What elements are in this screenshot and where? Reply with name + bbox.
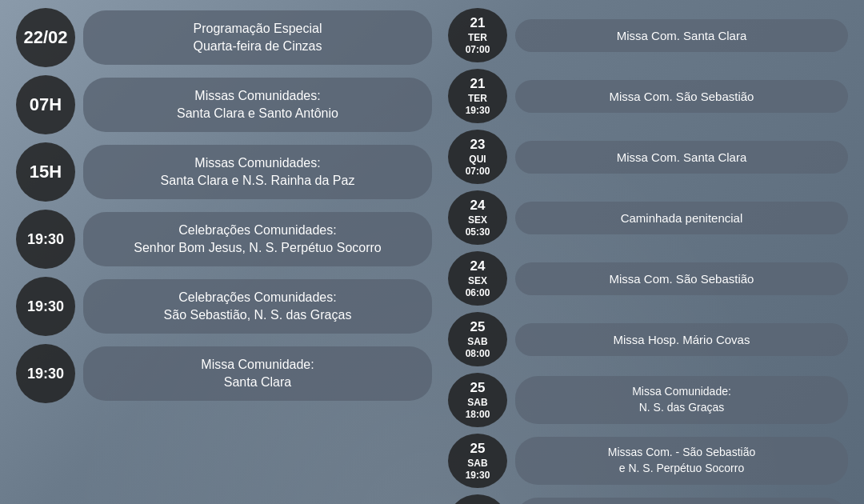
right-card-7: Missas Com. - São Sebastião e N. S. Perp… [515,437,848,484]
card-title-3: Celebrações Comunidades: [101,222,414,239]
card-subtitle-0: Quarta-feira de Cinzas [101,38,414,55]
right-column: 21TER07:00Missa Com. Santa Clara21TER19:… [448,8,848,496]
right-row-6: 25SAB18:00Missa Comunidade: N. S. das Gr… [448,373,848,427]
event-card-1: Missas Comunidades:Santa Clara e Santo A… [83,78,432,133]
right-row-8: 26DOM07:00Missas Com. - Santa Clara e Se… [448,494,848,504]
left-row-2: 15HMissas Comunidades:Santa Clara e N.S.… [16,142,432,202]
right-card-3: Caminhada penitencial [515,202,848,234]
badge-time-2: 15H [16,142,75,202]
card-title-0: Programação Especial [101,20,414,38]
card-subtitle-5: Santa Clara [101,374,414,391]
right-card-6: Missa Comunidade: N. S. das Graças [515,376,848,423]
right-card-0: Missa Com. Santa Clara [515,19,848,52]
right-row-2: 23QUI07:00Missa Com. Santa Clara [448,130,848,184]
badge-date-special: 22/02 [16,8,75,67]
card-subtitle-4: São Sebastião, N. S. das Graças [101,306,414,324]
event-card-2: Missas Comunidades:Santa Clara e N.S. Ra… [83,145,432,200]
badge-time-1: 07H [16,75,75,134]
left-row-1: 07HMissas Comunidades:Santa Clara e Sant… [16,75,432,134]
right-card-1: Missa Com. São Sebastião [515,80,848,113]
right-badge-0: 21TER07:00 [448,8,507,62]
left-row-0: 22/02Programação EspecialQuarta-feira de… [16,8,432,67]
right-row-0: 21TER07:00Missa Com. Santa Clara [448,8,848,62]
card-subtitle-1: Santa Clara e Santo Antônio [101,105,414,122]
left-row-3: 19:30Celebrações Comunidades:Senhor Bom … [16,210,432,269]
right-badge-4: 24SEX06:00 [448,251,507,306]
card-title-4: Celebrações Comunidades: [101,289,414,306]
badge-time-3: 19:30 [16,210,75,269]
event-card-4: Celebrações Comunidades:São Sebastião, N… [83,279,432,334]
right-badge-2: 23QUI07:00 [448,130,507,184]
left-row-4: 19:30Celebrações Comunidades:São Sebasti… [16,277,432,336]
right-row-3: 24SEX05:30Caminhada penitencial [448,190,848,245]
left-row-5: 19:30Missa Comunidade:Santa Clara [16,344,432,403]
card-subtitle-2: Santa Clara e N.S. Rainha da Paz [101,172,414,190]
right-card-2: Missa Com. Santa Clara [515,141,848,174]
card-subtitle-3: Senhor Bom Jesus, N. S. Perpétuo Socorro [101,239,414,257]
right-card-4: Missa Com. São Sebastião [515,262,848,295]
right-row-5: 25SAB08:00Missa Hosp. Mário Covas [448,312,848,366]
right-row-1: 21TER19:30Missa Com. São Sebastião [448,69,848,123]
right-card-5: Missa Hosp. Mário Covas [515,323,848,356]
event-card-3: Celebrações Comunidades:Senhor Bom Jesus… [83,212,432,267]
event-card-0: Programação EspecialQuarta-feira de Cinz… [83,10,432,66]
badge-time-5: 19:30 [16,344,75,403]
right-badge-5: 25SAB08:00 [448,312,507,366]
card-title-5: Missa Comunidade: [101,356,414,374]
right-row-4: 24SEX06:00Missa Com. São Sebastião [448,251,848,306]
right-badge-8: 26DOM07:00 [448,494,507,504]
badge-time-4: 19:30 [16,277,75,336]
right-badge-1: 21TER19:30 [448,69,507,123]
right-badge-6: 25SAB18:00 [448,373,507,427]
card-title-2: Missas Comunidades: [101,154,414,172]
left-column: 22/02Programação EspecialQuarta-feira de… [16,8,432,496]
card-title-1: Missas Comunidades: [101,87,414,105]
right-badge-7: 25SAB19:30 [448,434,507,488]
right-card-8: Missas Com. - Santa Clara e Senhor Bom J… [515,498,848,504]
right-badge-3: 24SEX05:30 [448,190,507,245]
right-row-7: 25SAB19:30Missas Com. - São Sebastião e … [448,434,848,488]
event-card-5: Missa Comunidade:Santa Clara [83,346,432,402]
